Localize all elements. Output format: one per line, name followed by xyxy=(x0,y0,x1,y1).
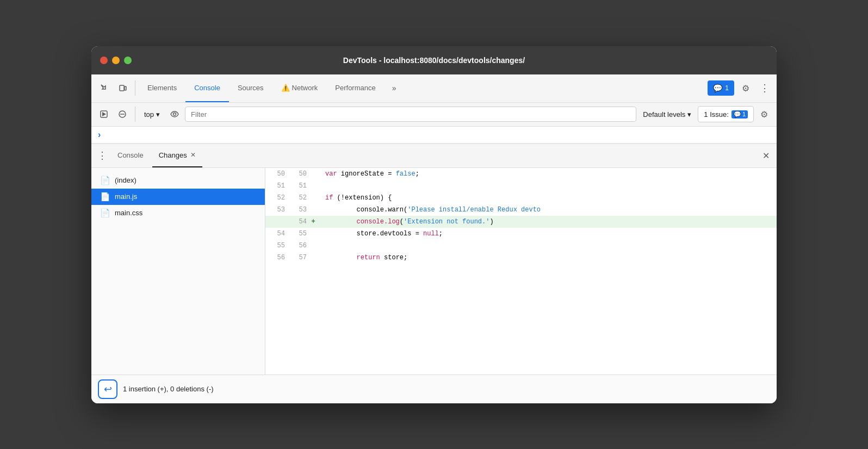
levels-arrow: ▾ xyxy=(687,110,691,119)
line-op xyxy=(309,192,318,204)
minimize-button[interactable] xyxy=(112,57,120,64)
line-code: var ignoreState = false; xyxy=(323,168,777,180)
file-name-index: (index) xyxy=(115,176,137,184)
notifications-button[interactable]: 💬 1 xyxy=(708,80,734,96)
toolbar-divider xyxy=(135,80,135,96)
execute-button[interactable] xyxy=(96,106,112,122)
line-num-old: 54 xyxy=(265,228,287,240)
console-prompt-area: › xyxy=(91,127,777,144)
file-name-mainjs: main.js xyxy=(115,192,137,201)
device-icon[interactable] xyxy=(114,79,132,97)
line-op xyxy=(309,204,318,216)
changes-tab-close[interactable]: ✕ xyxy=(190,151,196,159)
traffic-lights xyxy=(100,57,132,64)
line-num-new: 56 xyxy=(287,240,309,252)
inspect-icon[interactable] xyxy=(96,79,113,97)
main-toolbar: Elements Console Sources ⚠️ Network Perf… xyxy=(91,74,777,103)
more-options-button[interactable]: ⋮ xyxy=(757,80,772,96)
css-file-icon: 📄 xyxy=(100,208,110,218)
line-num-old xyxy=(265,216,287,228)
window-title: DevTools - localhost:8080/docs/devtools/… xyxy=(343,56,525,65)
file-name-maincss: main.css xyxy=(115,209,142,217)
code-string-token: 'Extension not found.' xyxy=(404,218,489,226)
issues-button[interactable]: 1 Issue: 💬 1 xyxy=(698,106,754,122)
tab-elements[interactable]: Elements xyxy=(139,74,185,102)
line-num-old: 52 xyxy=(265,192,287,204)
issue-chat-icon: 💬 xyxy=(734,111,741,118)
file-list: 📄 (index) 📄 main.js 📄 main.css xyxy=(91,168,265,375)
tab-sources[interactable]: Sources xyxy=(229,74,272,102)
panel-tabs: ⋮ Console Changes ✕ ✕ xyxy=(91,144,777,168)
code-keyword-token: if xyxy=(325,194,333,202)
revert-button[interactable]: ↩ xyxy=(98,379,117,399)
console-settings-button[interactable]: ⚙ xyxy=(756,106,772,122)
console-divider xyxy=(135,107,135,122)
settings-button[interactable]: ⚙ xyxy=(737,80,754,96)
maximize-button[interactable] xyxy=(124,57,132,64)
line-op xyxy=(309,252,318,264)
line-num-new: 52 xyxy=(287,192,309,204)
code-keyword-token: var xyxy=(325,170,337,178)
line-op: + xyxy=(309,216,318,228)
toolbar-right: 💬 1 ⚙ ⋮ xyxy=(708,80,772,96)
html-file-icon: 📄 xyxy=(100,176,110,185)
default-levels-button[interactable]: Default levels ▾ xyxy=(638,106,696,122)
file-item-index[interactable]: 📄 (index) xyxy=(91,172,265,189)
clear-button[interactable] xyxy=(114,106,131,122)
file-item-maincss[interactable]: 📄 main.css xyxy=(91,205,265,221)
line-code: console.warn('Please install/enable Redu… xyxy=(323,204,777,216)
svg-rect-0 xyxy=(120,85,124,91)
line-num-new: 57 xyxy=(287,252,309,264)
warning-icon: ⚠️ xyxy=(281,84,290,92)
eye-button[interactable] xyxy=(166,106,183,122)
code-string-token: 'Please install/enable Redux devto xyxy=(407,206,541,214)
context-selector[interactable]: top ▾ xyxy=(140,106,164,122)
code-fn-token: console.log xyxy=(357,218,400,226)
table-row: 5151 xyxy=(265,180,777,192)
chat-icon: 💬 xyxy=(713,84,722,92)
issue-count-badge: 💬 1 xyxy=(731,110,748,119)
table-row: 5556 xyxy=(265,240,777,252)
line-num-new: 55 xyxy=(287,228,309,240)
line-num-old: 56 xyxy=(265,252,287,264)
prompt-arrow[interactable]: › xyxy=(98,130,101,140)
table-row: 5050var ignoreState = false; xyxy=(265,168,777,180)
split-view: 📄 (index) 📄 main.js 📄 main.css 5050var i… xyxy=(91,168,777,375)
line-op xyxy=(309,228,318,240)
line-num-new: 50 xyxy=(287,168,309,180)
line-num-new: 51 xyxy=(287,180,309,192)
line-code xyxy=(323,180,777,192)
line-code xyxy=(323,240,777,252)
line-num-new: 54 xyxy=(287,216,309,228)
tab-console[interactable]: Console xyxy=(185,74,229,102)
table-row: 5353 console.warn('Please install/enable… xyxy=(265,204,777,216)
panel-close-button[interactable]: ✕ xyxy=(759,149,772,162)
line-num-old: 55 xyxy=(265,240,287,252)
more-tabs-button[interactable]: » xyxy=(386,79,403,97)
tab-network[interactable]: ⚠️ Network xyxy=(272,74,327,102)
bottom-panel: ⋮ Console Changes ✕ ✕ 📄 (index) 📄 main.j… xyxy=(91,144,777,403)
file-item-mainjs[interactable]: 📄 main.js xyxy=(91,189,265,205)
js-file-icon: 📄 xyxy=(100,192,110,202)
code-keyword-token: return xyxy=(325,254,380,261)
line-code: if (!extension) { xyxy=(323,192,777,204)
line-num-old: 51 xyxy=(265,180,287,192)
tab-panel-changes[interactable]: Changes ✕ xyxy=(152,144,202,167)
table-row: 5455 store.devtools = null; xyxy=(265,228,777,240)
line-op xyxy=(309,180,318,192)
close-button[interactable] xyxy=(100,57,108,64)
devtools-window: DevTools - localhost:8080/docs/devtools/… xyxy=(91,46,777,403)
table-row: 5657 return store; xyxy=(265,252,777,264)
line-num-old: 53 xyxy=(265,204,287,216)
diff-summary: 1 insertion (+), 0 deletions (-) xyxy=(123,385,214,393)
revert-icon: ↩ xyxy=(104,383,112,395)
panel-more-icon[interactable]: ⋮ xyxy=(96,149,109,162)
code-table: 5050var ignoreState = false;51515252if (… xyxy=(265,168,777,264)
line-num-new: 53 xyxy=(287,204,309,216)
tab-performance[interactable]: Performance xyxy=(326,74,384,102)
code-bool-token: false xyxy=(396,170,416,178)
titlebar: DevTools - localhost:8080/docs/devtools/… xyxy=(91,46,777,74)
filter-input[interactable] xyxy=(185,107,636,122)
tab-panel-console[interactable]: Console xyxy=(111,144,150,167)
code-view: 5050var ignoreState = false;51515252if (… xyxy=(265,168,777,375)
